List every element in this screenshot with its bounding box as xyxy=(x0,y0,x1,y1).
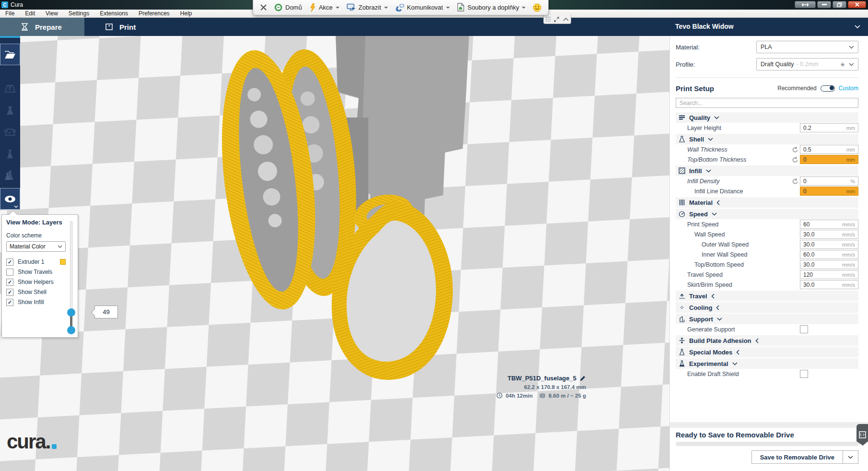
category-travel[interactable]: Travel xyxy=(676,291,858,301)
window-resize-button[interactable] xyxy=(795,1,816,8)
dropdown-caret-icon xyxy=(446,7,450,11)
category-build-plate-adhesion[interactable]: Build Plate Adhesion xyxy=(676,335,858,346)
inner-wall-speed-value-box[interactable]: 60.0mm/s xyxy=(800,250,858,259)
menu-file[interactable]: File xyxy=(0,10,20,17)
remote-toolbar-soubory-a-dopl-ky[interactable]: Soubory a doplňky xyxy=(457,3,526,12)
setup-mode-toggle[interactable] xyxy=(821,85,835,92)
rename-pencil-icon[interactable] xyxy=(580,375,586,381)
viewopt-label: Show Travels xyxy=(18,269,52,275)
category-cooling[interactable]: Cooling xyxy=(676,302,858,313)
color-scheme-select[interactable]: Material Color xyxy=(6,241,66,252)
tab-print[interactable]: Print xyxy=(84,18,169,36)
show-helpers-checkbox[interactable]: ✓ xyxy=(6,279,13,286)
top-bottom-speed-value-box[interactable]: 30.0mm/s xyxy=(800,260,858,269)
menu-preferences[interactable]: Preferences xyxy=(133,10,175,17)
setting-row-skirt-brim-speed: Skirt/Brim Speed30.0mm/s xyxy=(676,280,858,290)
viewopt-extruder-1: ✓Extruder 1 xyxy=(6,258,66,266)
window-restore-button[interactable] xyxy=(833,1,846,8)
profile-star-icon[interactable]: ★ xyxy=(840,61,845,68)
print-setup-title: Print Setup xyxy=(676,84,714,93)
remote-toolbar-dom[interactable]: Domů xyxy=(274,3,302,12)
view-mode-button[interactable] xyxy=(0,188,20,210)
outer-wall-speed-value-box[interactable]: 30.0mm/s xyxy=(800,240,858,249)
view-mode-title: View Mode: Layers xyxy=(6,219,73,226)
category-special-modes[interactable]: Special Modes xyxy=(676,347,858,357)
rotate-tool[interactable] xyxy=(0,121,20,143)
scale-tool[interactable] xyxy=(0,100,20,121)
custom-label[interactable]: Custom xyxy=(839,85,858,92)
infill-line-distance-value-box[interactable]: 0mm xyxy=(800,187,858,196)
show-infill-checkbox[interactable]: ✓ xyxy=(6,299,13,306)
dock-grid-icon[interactable] xyxy=(546,17,551,22)
generate-support-checkbox[interactable] xyxy=(800,325,808,333)
category-experimental[interactable]: Experimental xyxy=(676,358,858,369)
menu-settings[interactable]: Settings xyxy=(63,10,94,17)
category-label: Experimental xyxy=(689,360,728,367)
print-speed-value-box[interactable]: 60mm/s xyxy=(800,220,858,229)
reset-value-icon[interactable] xyxy=(792,146,798,153)
reset-value-icon[interactable] xyxy=(792,178,798,185)
category-infill[interactable]: Infill xyxy=(676,165,858,176)
session-close-icon[interactable] xyxy=(260,4,267,11)
menu-help[interactable]: Help xyxy=(175,10,198,17)
model-dimensions: 62.2 x 170.8 x 167.4 mm xyxy=(496,384,586,390)
tab-prepare[interactable]: Prepare xyxy=(0,18,84,36)
skirt-brim-speed-value-box[interactable]: 30.0mm/s xyxy=(800,280,858,289)
save-options-chevron-button[interactable] xyxy=(843,450,858,464)
enable-draft-shield-checkbox[interactable] xyxy=(800,370,808,378)
show-shell-checkbox[interactable]: ✓ xyxy=(6,289,13,296)
travel-speed-value-box[interactable]: 120mm/s xyxy=(800,270,858,279)
dock-collapse-chevron-icon[interactable] xyxy=(563,18,569,21)
remote-toolbar-zobrazit[interactable]: Zobrazit xyxy=(347,3,388,12)
remote-toolbar-akce[interactable]: Akce xyxy=(309,3,340,12)
remote-sidebar-grip[interactable] xyxy=(856,424,868,446)
menu-edit[interactable]: Edit xyxy=(20,10,40,17)
save-to-removable-drive-button[interactable]: Save to Removable Drive xyxy=(751,450,843,464)
viewopt-show-travels: Show Travels xyxy=(6,268,66,276)
settings-search-input[interactable] xyxy=(676,98,858,108)
top-bottom-thickness-value-box[interactable]: 0mm xyxy=(800,155,858,164)
wall-thickness-value-box[interactable]: 0.5mm xyxy=(800,145,858,154)
category-shell[interactable]: Shell xyxy=(676,134,858,144)
profile-dropdown[interactable]: Draft Quality - 0.2mm ★ xyxy=(756,58,858,71)
prepare-icon xyxy=(20,23,29,32)
mirror-tool[interactable] xyxy=(0,143,20,165)
extruder-1-checkbox[interactable]: ✓ xyxy=(6,259,13,266)
support-category-icon xyxy=(679,316,685,322)
layer-height-value-box[interactable]: 0.2mm xyxy=(800,123,858,132)
layer-slider-upper-handle[interactable] xyxy=(67,308,75,317)
layer-slider-lower-handle[interactable] xyxy=(67,326,75,334)
per-model-settings-tool[interactable] xyxy=(0,165,20,186)
wall-speed-value-box[interactable]: 30.0mm/s xyxy=(800,230,858,239)
recommended-label[interactable]: Recommended xyxy=(777,85,816,92)
home-icon xyxy=(274,3,282,12)
window-close-button[interactable] xyxy=(848,1,866,8)
open-file-button[interactable] xyxy=(0,44,20,65)
category-material[interactable]: Material xyxy=(676,197,858,208)
3d-viewport[interactable]: TBW_P51D_fuselage_5 62.2 x 170.8 x 167.4… xyxy=(0,36,669,471)
profile-value: Draft Quality xyxy=(761,61,794,68)
dock-expand-icon[interactable] xyxy=(554,17,559,22)
reset-value-icon[interactable] xyxy=(792,156,798,163)
setting-value: 0 xyxy=(803,188,807,195)
show-travels-checkbox[interactable] xyxy=(6,269,13,276)
category-quality[interactable]: Quality xyxy=(676,112,858,123)
menu-view[interactable]: View xyxy=(40,10,63,17)
profile-label: Profile: xyxy=(676,61,756,68)
category-speed[interactable]: Speed xyxy=(676,209,858,219)
machine-selector[interactable]: Tevo Black Widow xyxy=(675,23,734,30)
cura-logo: cura. xyxy=(7,430,57,453)
viewopt-label: Show Shell xyxy=(18,289,47,295)
move-tool[interactable] xyxy=(0,78,20,100)
chevron-down-icon xyxy=(732,362,738,365)
remote-toolbar-komunikovat[interactable]: Komunikovat xyxy=(395,4,450,12)
setting-row-infill-density: Infill Density0% xyxy=(676,176,858,186)
smiley-icon[interactable] xyxy=(533,3,541,12)
material-dropdown[interactable]: PLA xyxy=(756,41,858,53)
menu-extensions[interactable]: Extensions xyxy=(94,10,133,17)
chevron-down-icon xyxy=(706,169,711,173)
category-support[interactable]: Support xyxy=(676,314,858,324)
machine-chevron-down-icon[interactable] xyxy=(855,25,860,29)
window-minimize-button[interactable] xyxy=(817,1,831,8)
infill-density-value-box[interactable]: 0% xyxy=(800,177,858,186)
